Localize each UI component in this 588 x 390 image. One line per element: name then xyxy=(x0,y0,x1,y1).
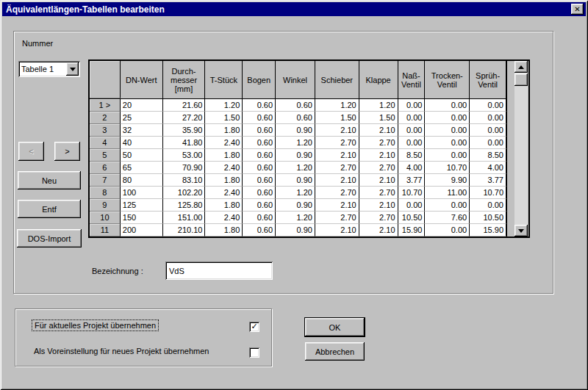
grid-cell[interactable]: 3.77 xyxy=(470,174,506,187)
grid-cell[interactable]: 0.90 xyxy=(276,224,315,236)
grid-header-cell[interactable]: T-Stück xyxy=(205,61,243,98)
grid-cell[interactable]: 0.00 xyxy=(470,124,506,137)
grid-cell[interactable]: 0.00 xyxy=(398,137,426,149)
grid-cell[interactable]: 8.50 xyxy=(470,149,506,162)
grid-cell[interactable]: 0.90 xyxy=(276,199,315,212)
grid-cell[interactable]: 10.50 xyxy=(470,212,506,224)
grid-cell[interactable]: 1.20 xyxy=(276,187,315,199)
grid-cell[interactable]: 2.40 xyxy=(205,212,243,224)
neu-button[interactable]: Neu xyxy=(18,171,81,189)
grid-cell[interactable]: 0.60 xyxy=(243,187,276,199)
grid-cell[interactable]: 7.60 xyxy=(425,212,470,224)
grid-cell[interactable]: 0.90 xyxy=(276,149,315,162)
grid-cell[interactable]: 41.80 xyxy=(163,137,206,149)
grid-cell[interactable]: 0.00 xyxy=(398,112,426,124)
grid-header-cell[interactable]: Klappe xyxy=(359,61,398,98)
grid-cell[interactable]: 1.20 xyxy=(276,137,315,149)
grid-header-cell[interactable]: DN-Wert xyxy=(121,61,163,98)
scroll-down-button[interactable] xyxy=(514,225,528,236)
table-select-dropdown-button[interactable] xyxy=(66,62,79,76)
vertical-scrollbar[interactable] xyxy=(514,61,528,236)
grid-cell[interactable]: 1.20 xyxy=(276,212,315,224)
grid-cell[interactable]: 2.10 xyxy=(315,149,359,162)
grid-cell[interactable]: 1.20 xyxy=(276,162,315,174)
grid-cell[interactable]: 2.70 xyxy=(359,162,398,174)
grid-cell[interactable]: 102.20 xyxy=(163,187,206,199)
grid-cell[interactable]: 65 xyxy=(121,162,163,174)
grid-cell[interactable]: 0.60 xyxy=(243,224,276,236)
grid-header-cell[interactable]: Durch- messer [mm] xyxy=(163,61,206,98)
grid-header-cell[interactable]: Sprüh- Ventil xyxy=(470,61,506,98)
grid-row-marker[interactable]: 7 xyxy=(90,174,121,187)
entf-button[interactable]: Entf xyxy=(18,200,81,218)
grid-row-marker[interactable]: 8 xyxy=(90,187,121,199)
grid-cell[interactable]: 210.10 xyxy=(163,224,206,236)
grid-cell[interactable]: 125 xyxy=(121,199,163,212)
grid-cell[interactable]: 0.00 xyxy=(470,99,506,112)
grid-cell[interactable]: 1.50 xyxy=(205,112,243,124)
grid-cell[interactable]: 35.90 xyxy=(163,124,206,137)
equivalent-lengths-grid[interactable]: DN-WertDurch- messer [mm]T-StückBogenWin… xyxy=(88,59,530,238)
grid-row-marker[interactable]: 11 xyxy=(90,224,121,236)
next-table-button[interactable]: > xyxy=(54,142,80,161)
scroll-up-button[interactable] xyxy=(514,61,528,73)
grid-cell[interactable]: 2.70 xyxy=(315,187,359,199)
grid-cell[interactable]: 10.50 xyxy=(398,212,426,224)
grid-cell[interactable]: 151.00 xyxy=(163,212,206,224)
grid-row-marker[interactable]: 3 xyxy=(90,124,121,137)
grid-cell[interactable]: 0.90 xyxy=(276,174,315,187)
grid-cell[interactable]: 1.80 xyxy=(205,224,243,236)
grid-cell[interactable]: 2.10 xyxy=(359,224,398,236)
grid-cell[interactable]: 2.10 xyxy=(315,224,359,236)
grid-cell[interactable]: 0.00 xyxy=(425,224,470,236)
grid-cell[interactable]: 100 xyxy=(121,187,163,199)
title-bar[interactable]: Äquivalentlängen-Tabellen bearbeiten ✕ xyxy=(2,2,586,16)
grid-corner-cell[interactable] xyxy=(90,61,121,98)
grid-cell[interactable]: 0.60 xyxy=(243,174,276,187)
grid-cell[interactable]: 1.80 xyxy=(205,149,243,162)
grid-cell[interactable]: 0.00 xyxy=(470,199,506,212)
grid-cell[interactable]: 0.00 xyxy=(425,112,470,124)
grid-cell[interactable]: 4.00 xyxy=(470,162,506,174)
grid-cell[interactable]: 0.60 xyxy=(243,124,276,137)
grid-cell[interactable]: 50 xyxy=(121,149,163,162)
grid-row-marker[interactable]: 10 xyxy=(90,212,121,224)
grid-cell[interactable]: 0.60 xyxy=(276,112,315,124)
grid-cell[interactable]: 1.50 xyxy=(359,112,398,124)
grid-cell[interactable]: 1.80 xyxy=(205,199,243,212)
grid-cell[interactable]: 1.20 xyxy=(205,99,243,112)
grid-cell[interactable]: 2.70 xyxy=(359,212,398,224)
grid-cell[interactable]: 125.80 xyxy=(163,199,206,212)
grid-cell[interactable]: 2.10 xyxy=(315,174,359,187)
grid-cell[interactable]: 2.40 xyxy=(205,187,243,199)
grid-cell[interactable]: 0.60 xyxy=(276,99,315,112)
grid-cell[interactable]: 0.00 xyxy=(425,99,470,112)
grid-cell[interactable]: 0.60 xyxy=(243,162,276,174)
grid-cell[interactable]: 10.70 xyxy=(470,187,506,199)
grid-cell[interactable]: 2.10 xyxy=(359,174,398,187)
grid-cell[interactable]: 20 xyxy=(121,99,163,112)
grid-cell[interactable]: 1.80 xyxy=(205,174,243,187)
scrollbar-thumb[interactable] xyxy=(514,73,528,86)
grid-cell[interactable]: 8.50 xyxy=(398,149,426,162)
grid-cell[interactable]: 0.00 xyxy=(425,149,470,162)
grid-cell[interactable]: 21.60 xyxy=(163,99,206,112)
grid-cell[interactable]: 2.70 xyxy=(315,212,359,224)
grid-cell[interactable]: 0.00 xyxy=(425,199,470,212)
grid-header-cell[interactable]: Naß- Ventil xyxy=(398,61,426,98)
grid-cell[interactable]: 2.70 xyxy=(359,137,398,149)
grid-cell[interactable]: 9.90 xyxy=(425,174,470,187)
grid-cell[interactable]: 3.77 xyxy=(398,174,426,187)
grid-cell[interactable]: 0.00 xyxy=(398,99,426,112)
table-select[interactable]: Tabelle 1 xyxy=(18,61,80,77)
grid-cell[interactable]: 2.40 xyxy=(205,137,243,149)
grid-cell[interactable]: 0.60 xyxy=(243,99,276,112)
prev-table-button[interactable]: < xyxy=(18,142,44,161)
grid-cell[interactable]: 0.60 xyxy=(243,199,276,212)
grid-cell[interactable]: 1.20 xyxy=(359,99,398,112)
close-button[interactable]: ✕ xyxy=(571,4,584,15)
grid-cell[interactable]: 53.00 xyxy=(163,149,206,162)
grid-cell[interactable]: 70.90 xyxy=(163,162,206,174)
grid-cell[interactable]: 0.00 xyxy=(470,137,506,149)
grid-cell[interactable]: 15.90 xyxy=(398,224,426,236)
